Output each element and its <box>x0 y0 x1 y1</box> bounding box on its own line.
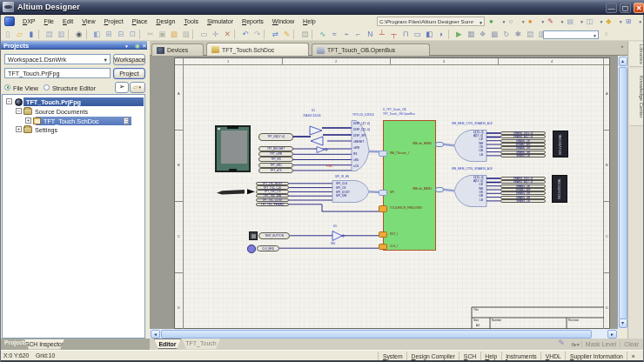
scroll-down-icon[interactable]: ▾ <box>619 318 627 328</box>
tree-row-settings[interactable]: + Settings <box>3 125 144 134</box>
bus-icon[interactable]: ≈ <box>329 29 341 40</box>
panel-button-vhdl[interactable]: VHDL <box>540 352 565 361</box>
copy-icon[interactable]: ▣ <box>157 29 169 40</box>
hotkeys-icon[interactable]: 8▸▾ <box>571 341 579 347</box>
wire-icon[interactable]: ∿ <box>317 29 329 40</box>
horizontal-scrollbar[interactable]: ◂ ▸ <box>150 329 618 339</box>
rubber-stamp-icon[interactable]: ▧ <box>180 29 192 40</box>
vertical-scrollbar[interactable]: ▴ ▾ <box>618 56 627 329</box>
port-tft_tsc_dout[interactable]: TFT_TSC_DOUT <box>256 198 289 203</box>
expand-icon[interactable]: + <box>16 126 22 132</box>
menu-design[interactable]: Design <box>151 18 179 25</box>
workspace-button[interactable]: Workspace <box>113 54 145 65</box>
expand-icon[interactable]: + <box>25 117 31 124</box>
close-panel-icon[interactable]: ✕ <box>142 43 146 49</box>
mask-level-button[interactable]: Mask Level <box>581 341 620 347</box>
menu-edit[interactable]: Edit <box>58 18 77 25</box>
undo-icon[interactable]: ↶ <box>239 29 252 40</box>
sheet-entry-icon[interactable] <box>379 205 387 212</box>
file-view-radio[interactable] <box>4 84 10 90</box>
menu-file[interactable]: File <box>40 18 58 25</box>
home-icon[interactable]: ●▼ <box>527 16 546 27</box>
net-label-icon[interactable]: N <box>364 29 376 40</box>
sram-chip[interactable]: IS61LV25616AL <box>552 175 567 203</box>
favorites-icon[interactable]: ○▼ <box>506 16 526 27</box>
project-input[interactable]: TFT_Touch.PrjFpg <box>4 68 111 78</box>
part-icon[interactable]: ⊓ <box>399 29 412 40</box>
devices-view-icon[interactable]: ◉ <box>73 29 85 40</box>
scroll-left-icon[interactable]: ◂ <box>151 330 160 339</box>
scroll-up-icon[interactable]: ▴ <box>619 57 627 66</box>
menu-window[interactable]: Window <box>268 18 299 25</box>
panel-button-supplier-information[interactable]: Supplier Information <box>565 352 627 361</box>
menu-reports[interactable]: Reports <box>238 18 268 25</box>
tree-row-schdoc[interactable]: + TFT_Touch.SchDoc <box>3 117 144 125</box>
sram-chip[interactable]: IS61LV25616AL <box>553 131 568 158</box>
zoom-sel-icon[interactable]: ⊡ <box>126 29 138 40</box>
port-tft_nrd[interactable]: TFT_nRD <box>258 163 293 168</box>
projects-panel-header[interactable]: Projects ▼ ◉ ✕ <box>0 41 147 50</box>
zoom-fit-icon[interactable]: ⊞ <box>103 29 115 40</box>
gnd-power-icon[interactable]: ┴ <box>376 29 388 40</box>
browse-library-icon[interactable]: ▤ <box>299 29 311 40</box>
tab-sch-inspector[interactable]: SCH Inspector <box>24 339 64 350</box>
zoom-icon[interactable]: ◧ <box>91 29 104 40</box>
select-rect-icon[interactable]: ▭ <box>198 29 210 40</box>
structure-editor-radio[interactable] <box>44 84 50 90</box>
run-icon[interactable]: ▶ <box>453 29 466 40</box>
tab-projects[interactable]: Projects <box>2 339 24 350</box>
menu-place[interactable]: Place <box>128 18 152 25</box>
collapse-icon[interactable]: − <box>6 98 12 104</box>
clear-select-icon[interactable]: ✕ <box>222 29 234 40</box>
maximize-button[interactable]: ▢ <box>620 3 631 13</box>
vcc-power-icon[interactable]: ┬ <box>388 29 400 40</box>
port-sram0_oe[interactable]: SRAM0_OE <box>500 146 546 150</box>
palette-icon[interactable]: ❖ <box>477 29 489 40</box>
port-tft_rs[interactable]: TFT_RS <box>258 157 293 162</box>
menu-view[interactable]: View <box>77 18 99 25</box>
close-button[interactable]: ✕ <box>634 3 644 13</box>
find-combo[interactable]: ▼ <box>543 30 599 39</box>
hscroll-thumb[interactable] <box>161 330 592 339</box>
panel-button-sch[interactable]: SCH <box>459 352 480 361</box>
dxp-icon[interactable] <box>4 17 15 26</box>
harness-conn-icon[interactable]: ◗ <box>435 29 447 40</box>
redo-icon[interactable]: ↷ <box>252 29 264 40</box>
panel-button-help[interactable]: Help <box>480 352 501 361</box>
port-sram0_ub[interactable]: SRAM0_UB <box>500 151 546 154</box>
clock-icon[interactable] <box>247 245 256 253</box>
port-tft_tsc_cs[interactable]: TFT_TSC_CS <box>256 190 289 194</box>
port-sram1_ub[interactable]: SRAM1_UB <box>500 196 546 199</box>
openbus-port-icon[interactable] <box>435 142 444 148</box>
clear-button[interactable]: Clear <box>620 341 642 347</box>
doc-tab-openbus[interactable]: TFT_Touch_OB.OpenBus <box>312 44 430 56</box>
tab-libraries[interactable]: Libraries <box>629 42 644 67</box>
sheet-symbol-tft-touch-ob[interactable] <box>383 120 436 251</box>
tab-knowledge-center[interactable]: Knowledge Center <box>629 69 644 126</box>
menu-help[interactable]: Help <box>299 18 320 25</box>
release-manager-icon[interactable]: ●▼ <box>487 16 506 27</box>
menu-simulator[interactable]: Simulator <box>203 18 238 25</box>
doc-tab-schdoc[interactable]: TFT_Touch.SchDoc <box>206 43 309 56</box>
cut-icon[interactable]: ✂ <box>144 29 157 40</box>
annotate-icon[interactable]: ✎ <box>281 29 293 40</box>
print-icon[interactable]: ▤ <box>44 29 56 40</box>
move-icon[interactable]: ✛ <box>210 29 222 40</box>
port-tft_nwr[interactable]: TFT_nWR <box>258 151 293 157</box>
cross-probe-icon[interactable]: ⇄ <box>269 29 281 40</box>
bus-entry-icon[interactable]: ⌐ <box>352 29 365 40</box>
sheet-entry-icon[interactable] <box>379 244 387 250</box>
signal-harness-icon[interactable]: ⌁ <box>340 29 352 40</box>
panel-splitter[interactable] <box>147 41 150 339</box>
save-icon[interactable]: ▮ <box>25 29 37 40</box>
port-tft_bklight[interactable]: TFT_BKLIGHT <box>258 146 293 151</box>
doc-tab-devices[interactable]: Devices <box>151 44 204 56</box>
refresh-icon[interactable]: ↻ <box>500 29 513 40</box>
port-sram1_oe[interactable]: SRAM1_OE <box>500 191 546 195</box>
scroll-right-icon[interactable]: ▸ <box>607 330 617 339</box>
menu-tools[interactable]: Tools <box>179 18 203 25</box>
compare-icon[interactable]: ◫▼ <box>585 16 604 27</box>
port-tft_tsc_din[interactable]: TFT_TSC_DIN <box>256 194 289 198</box>
sheet-entry-icon[interactable] <box>379 231 387 238</box>
sheets-icon[interactable]: ▩ <box>488 29 500 40</box>
